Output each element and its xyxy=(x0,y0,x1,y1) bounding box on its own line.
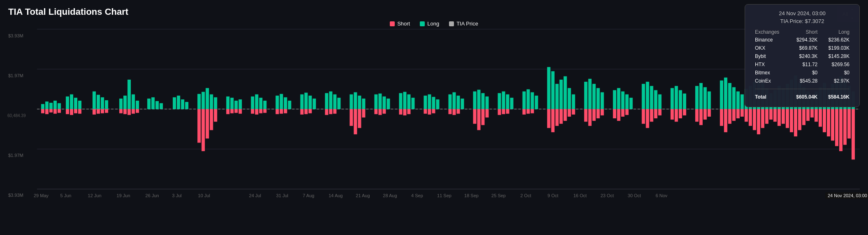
svg-rect-233 xyxy=(625,109,629,115)
svg-rect-208 xyxy=(473,109,477,124)
x-label-jun26: 26 Jun xyxy=(146,193,159,198)
svg-rect-219 xyxy=(551,109,555,132)
svg-rect-213 xyxy=(502,109,505,114)
svg-rect-36 xyxy=(214,97,217,109)
svg-rect-173 xyxy=(210,109,213,130)
svg-rect-192 xyxy=(350,109,353,126)
price-label: TIA Price xyxy=(456,21,478,27)
exchange-name: HTX xyxy=(752,60,788,69)
tooltip-row: Binance $294.32K $236.62K xyxy=(752,36,852,44)
svg-rect-165 xyxy=(119,109,123,113)
svg-rect-118 xyxy=(708,92,711,109)
chart-container: TIA Total Liquidations Chart Short Long … xyxy=(0,0,868,235)
svg-rect-90 xyxy=(551,71,555,109)
svg-rect-277 xyxy=(843,109,847,145)
svg-rect-22 xyxy=(132,94,135,109)
svg-rect-75 xyxy=(457,96,460,109)
svg-rect-30 xyxy=(181,99,184,109)
svg-rect-98 xyxy=(593,84,596,109)
x-label-sep11: 11 Sep xyxy=(437,193,451,198)
svg-rect-258 xyxy=(765,109,768,124)
total-label: Total xyxy=(752,93,788,101)
svg-rect-243 xyxy=(695,109,699,122)
svg-rect-31 xyxy=(185,102,188,109)
x-label-may29: 29 May xyxy=(34,193,49,198)
svg-rect-267 xyxy=(802,109,806,125)
svg-rect-54 xyxy=(329,92,332,109)
svg-rect-268 xyxy=(806,109,810,121)
chart-legend: Short Long TIA Price xyxy=(8,21,860,27)
svg-rect-186 xyxy=(300,109,303,115)
total-long: $584.16K xyxy=(820,93,852,101)
svg-rect-199 xyxy=(399,109,402,115)
svg-rect-63 xyxy=(382,97,386,109)
svg-rect-102 xyxy=(617,88,620,109)
svg-rect-169 xyxy=(136,109,139,113)
short-label: Short xyxy=(397,21,410,27)
x-axis-labels: 29 May 5 Jun 12 Jun 19 Jun 26 Jun 3 Jul … xyxy=(37,189,860,202)
svg-rect-230 xyxy=(613,109,616,119)
svg-rect-41 xyxy=(251,97,254,109)
col-header-long: Long xyxy=(820,28,852,36)
svg-rect-62 xyxy=(378,94,382,109)
svg-rect-163 xyxy=(101,109,104,113)
svg-rect-55 xyxy=(333,94,336,109)
chart-title: TIA Total Liquidations Chart xyxy=(8,7,860,17)
svg-rect-87 xyxy=(531,92,534,109)
svg-rect-232 xyxy=(621,109,625,117)
svg-rect-105 xyxy=(630,98,633,109)
svg-rect-111 xyxy=(671,88,674,109)
svg-rect-66 xyxy=(403,92,406,109)
svg-rect-229 xyxy=(601,109,604,115)
svg-rect-182 xyxy=(263,109,266,113)
svg-rect-64 xyxy=(387,99,390,109)
svg-rect-259 xyxy=(769,109,773,120)
svg-rect-50 xyxy=(304,93,308,109)
svg-rect-79 xyxy=(481,93,485,109)
svg-rect-67 xyxy=(407,94,410,109)
x-label-aug7: 7 Aug xyxy=(303,193,314,198)
svg-rect-209 xyxy=(477,109,481,130)
svg-rect-223 xyxy=(568,109,571,117)
x-label-aug28: 28 Aug xyxy=(383,193,397,198)
y-label-mid: 60,484.39 xyxy=(7,113,36,118)
svg-rect-120 xyxy=(724,78,727,109)
svg-rect-166 xyxy=(123,109,127,114)
svg-rect-45 xyxy=(275,96,279,109)
tooltip-price-label: TIA Price: xyxy=(780,18,803,24)
long-val: $145.28K xyxy=(820,52,852,60)
svg-rect-194 xyxy=(358,109,361,128)
svg-rect-56 xyxy=(337,98,340,109)
svg-rect-122 xyxy=(732,87,736,109)
svg-rect-104 xyxy=(625,94,629,109)
svg-rect-253 xyxy=(745,109,748,122)
x-label-jun19: 19 Jun xyxy=(117,193,130,198)
svg-rect-235 xyxy=(646,109,649,128)
y-label-top1: $1.97M xyxy=(8,73,37,78)
svg-rect-117 xyxy=(704,87,707,109)
col-header-short: Short xyxy=(788,28,820,36)
svg-rect-198 xyxy=(382,109,386,114)
x-label-oct16: 16 Oct xyxy=(573,193,586,198)
svg-rect-78 xyxy=(477,90,481,109)
svg-rect-227 xyxy=(593,109,596,121)
svg-rect-252 xyxy=(741,109,744,117)
svg-rect-276 xyxy=(839,109,843,151)
svg-rect-119 xyxy=(720,81,723,109)
svg-rect-34 xyxy=(206,88,209,109)
x-label-oct23: 23 Oct xyxy=(600,193,613,198)
svg-rect-205 xyxy=(449,109,452,114)
svg-rect-171 xyxy=(201,109,205,151)
short-val: $0 xyxy=(788,69,820,77)
svg-rect-81 xyxy=(498,93,501,109)
svg-rect-19 xyxy=(119,99,123,109)
svg-rect-60 xyxy=(362,99,365,109)
svg-rect-6 xyxy=(41,104,44,109)
exchange-name: CoinEx xyxy=(752,77,788,85)
x-label-nov24-active: 24 Nov 2024, 03:00 xyxy=(825,192,868,199)
svg-rect-224 xyxy=(572,109,575,115)
svg-rect-107 xyxy=(646,82,649,109)
svg-rect-95 xyxy=(572,94,575,109)
svg-rect-179 xyxy=(251,109,254,114)
svg-rect-68 xyxy=(411,98,414,109)
